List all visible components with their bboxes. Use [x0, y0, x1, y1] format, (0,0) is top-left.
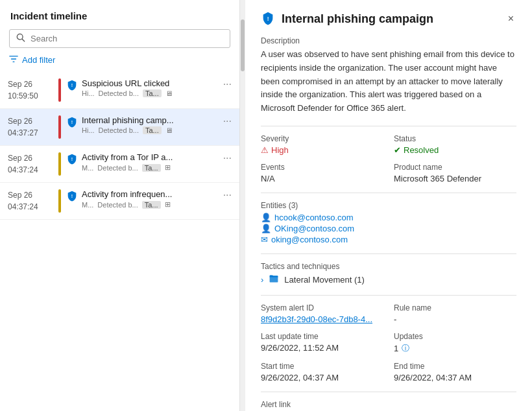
user-icon-0: 👤 — [261, 213, 271, 222]
status-label: Status — [394, 134, 516, 143]
item-title-2: Activity from a Tor IP a... — [82, 152, 221, 162]
timeline-list: Sep 26 10:59:50 ! Suspicious URL clicked… — [0, 72, 239, 411]
item-time-1: Sep 26 04:37:27 — [8, 115, 53, 139]
last-update-value: 9/26/2022, 11:52 AM — [261, 343, 383, 353]
alert-id-cell: System alert ID 8f9d2b3f-29d0-08ec-7db8-… — [261, 303, 383, 324]
item-content-3: Activity from infrequen... M... Detected… — [82, 189, 221, 213]
last-update-label: Last update time — [261, 332, 383, 341]
alert-id-link[interactable]: 8f9d2b3f-29d0-08ec-7db8-4... — [261, 314, 372, 324]
divider-5 — [261, 392, 516, 392]
detail-title-row: ! Internal phishing campaign — [261, 11, 433, 27]
events-label: Events — [261, 163, 383, 172]
divider-3 — [261, 253, 516, 254]
panel-title: Incident timeline — [0, 0, 239, 29]
shield-icon-0: ! — [66, 79, 78, 91]
item-dots-2[interactable]: ··· — [221, 152, 232, 176]
timeline-item-3[interactable]: Sep 26 04:37:24 ! Activity from infreque… — [0, 183, 239, 220]
severity-value: ⚠ High — [261, 145, 383, 155]
item-bar-1 — [58, 115, 61, 139]
detail-title: Internal phishing campaign — [282, 12, 433, 26]
email-icon-2: ✉ — [261, 235, 268, 244]
add-filter-button[interactable]: Add filter — [9, 54, 230, 65]
search-box[interactable] — [9, 29, 230, 48]
tag-badge-0: Ta... — [143, 89, 162, 97]
start-time-cell: Start time 9/26/2022, 04:37 AM — [261, 362, 383, 382]
entities-label: Entities (3) — [261, 201, 516, 210]
item-dots-0[interactable]: ··· — [221, 78, 232, 102]
tag-badge-3: Ta... — [142, 201, 161, 209]
svg-text:!: ! — [71, 193, 73, 199]
detail-header: ! Internal phishing campaign × — [261, 10, 516, 27]
item-time-0: Sep 26 10:59:50 — [8, 78, 53, 102]
description-text: A user was observed to have sent phishin… — [261, 48, 516, 115]
severity-status-grid: Severity ⚠ High Status ✔ Resolved Events… — [261, 134, 516, 183]
tactics-section: Tactics and techniques › Lateral Movemen… — [261, 262, 516, 286]
timeline-item-2[interactable]: Sep 26 04:37:24 ! Activity from a Tor IP… — [0, 146, 239, 183]
product-label: Product name — [394, 163, 516, 172]
alert-link-label: Alert link — [261, 400, 516, 409]
filter-icon — [9, 54, 18, 65]
check-icon: ✔ — [394, 145, 401, 155]
start-time-label: Start time — [261, 362, 383, 371]
last-update-cell: Last update time 9/26/2022, 11:52 AM — [261, 332, 383, 354]
scrollbar[interactable] — [240, 0, 245, 411]
end-time-value: 9/26/2022, 04:37 AM — [394, 373, 516, 382]
svg-line-1 — [22, 39, 25, 41]
end-time-cell: End time 9/26/2022, 04:37 AM — [394, 362, 516, 382]
severity-icon: ⚠ — [261, 145, 269, 155]
start-time-value: 9/26/2022, 04:37 AM — [261, 373, 383, 382]
product-value: Microsoft 365 Defender — [394, 174, 516, 183]
close-button[interactable]: × — [505, 10, 516, 27]
item-title-3: Activity from infrequen... — [82, 189, 221, 199]
svg-text:!: ! — [71, 156, 73, 162]
search-input[interactable] — [30, 34, 223, 43]
status-cell: Status ✔ Resolved — [394, 134, 516, 155]
end-time-label: End time — [394, 362, 516, 371]
events-value: N/A — [261, 174, 383, 183]
entity-item-1[interactable]: 👤 OKing@contoso.com — [261, 224, 516, 233]
entity-item-0[interactable]: 👤 hcook@contoso.com — [261, 213, 516, 222]
description-label: Description — [261, 36, 516, 45]
updates-cell: Updates 1 ⓘ — [394, 332, 516, 354]
info-icon[interactable]: ⓘ — [402, 343, 409, 354]
scroll-thumb[interactable] — [241, 19, 245, 71]
updates-value: 1 ⓘ — [394, 343, 516, 354]
item-bar-2 — [58, 152, 61, 176]
item-dots-3[interactable]: ··· — [221, 189, 232, 213]
entity-item-2[interactable]: ✉ oking@contoso.com — [261, 235, 516, 244]
product-cell: Product name Microsoft 365 Defender — [394, 163, 516, 183]
monitor-icon-3: ⊞ — [165, 200, 171, 209]
alert-id-grid: System alert ID 8f9d2b3f-29d0-08ec-7db8-… — [261, 303, 516, 382]
item-title-0: Suspicious URL clicked — [82, 78, 221, 88]
divider-1 — [261, 126, 516, 126]
user-icon-1: 👤 — [261, 224, 271, 233]
item-meta-0: Hi... Detected b... Ta... 🖥 — [82, 89, 221, 97]
status-value: ✔ Resolved — [394, 145, 516, 155]
item-meta-3: M... Detected b... Ta... ⊞ — [82, 200, 221, 209]
tactic-folder-icon — [269, 274, 279, 286]
divider-4 — [261, 295, 516, 296]
right-panel: ! Internal phishing campaign × Descripti… — [245, 0, 532, 411]
monitor-icon-1: 🖥 — [165, 126, 173, 134]
timeline-item-0[interactable]: Sep 26 10:59:50 ! Suspicious URL clicked… — [0, 72, 239, 109]
item-dots-1[interactable]: ··· — [221, 115, 232, 139]
timeline-item-1[interactable]: Sep 26 04:37:27 ! Internal phishing camp… — [0, 109, 239, 146]
rule-name-cell: Rule name - — [394, 303, 516, 324]
item-time-3: Sep 26 04:37:24 — [8, 189, 53, 213]
divider-2 — [261, 193, 516, 193]
monitor-icon-2: ⊞ — [165, 163, 171, 172]
shield-icon-detail: ! — [261, 11, 275, 27]
monitor-icon-0: 🖥 — [165, 89, 173, 97]
shield-icon-1: ! — [66, 116, 78, 128]
item-meta-1: Hi... Detected b... Ta... 🖥 — [82, 126, 221, 134]
tag-badge-1: Ta... — [143, 126, 162, 134]
item-content-1: Internal phishing camp... Hi... Detected… — [82, 115, 221, 139]
rule-name-value: - — [394, 314, 516, 324]
events-cell: Events N/A — [261, 163, 383, 183]
chevron-right-icon[interactable]: › — [261, 275, 263, 285]
item-title-1: Internal phishing camp... — [82, 115, 221, 125]
item-meta-2: M... Detected b... Ta... ⊞ — [82, 163, 221, 172]
updates-label: Updates — [394, 332, 516, 341]
svg-text:!: ! — [71, 82, 73, 88]
item-time-2: Sep 26 04:37:24 — [8, 152, 53, 176]
